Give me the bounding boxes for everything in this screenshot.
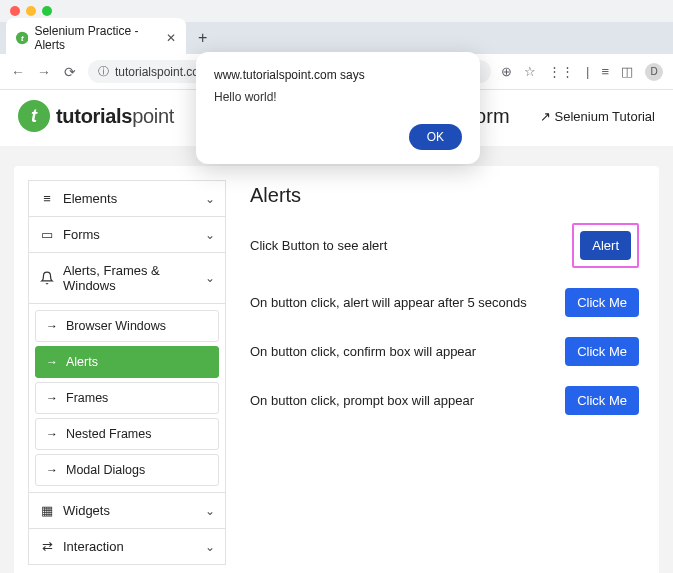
chevron-down-icon: ⌄ [205,228,215,242]
sub-modal-dialogs[interactable]: → Modal Dialogs [35,454,219,486]
svg-text:t: t [21,34,24,43]
selenium-tutorial-link[interactable]: ↗ Selenium Tutorial [540,109,655,124]
clickme-button[interactable]: Click Me [565,386,639,415]
panel-icon[interactable]: ◫ [621,64,633,79]
highlight-box: Alert [572,223,639,268]
sub-alerts[interactable]: → Alerts [35,346,219,378]
toolbar-right: ⊕ ☆ ⋮⋮ | ≡ ◫ D [501,63,663,81]
chevron-down-icon: ⌄ [205,271,215,285]
arrow-right-icon: → [46,427,58,441]
form-icon: ▭ [39,227,55,242]
sub-frames[interactable]: → Frames [35,382,219,414]
widgets-icon: ▦ [39,503,55,518]
profile-avatar[interactable]: D [645,63,663,81]
page-title: Alerts [250,184,639,207]
window-close-dot[interactable] [10,6,20,16]
arrow-right-icon: → [46,319,58,333]
main-panel: Alerts Click Button to see alert Alert O… [246,180,645,573]
sidebar-acc-interaction[interactable]: ⇄ Interaction ⌄ [28,529,226,565]
browser-tab[interactable]: t Selenium Practice - Alerts ✕ [6,18,186,58]
tab-title: Selenium Practice - Alerts [34,24,156,52]
sidebar-acc-widgets[interactable]: ▦ Widgets ⌄ [28,493,226,529]
window-minimize-dot[interactable] [26,6,36,16]
hamburger-icon: ≡ [39,191,55,206]
arrow-right-icon: → [46,391,58,405]
back-icon[interactable]: ← [10,64,26,80]
alert-row-4: On button click, prompt box will appear … [250,386,639,415]
row-text: Click Button to see alert [250,238,387,253]
row-text: On button click, confirm box will appear [250,344,476,359]
brand-text: tutorialspoint [56,105,174,128]
brand[interactable]: t tutorialspoint [18,100,174,132]
brand-icon: t [18,100,50,132]
close-tab-icon[interactable]: ✕ [166,31,176,45]
bell-icon [39,271,55,285]
interaction-icon: ⇄ [39,539,55,554]
external-link-icon: ↗ [540,109,551,124]
new-tab-button[interactable]: + [192,27,213,49]
favicon-icon: t [16,31,28,45]
arrow-right-icon: → [46,463,58,477]
row-text: On button click, prompt box will appear [250,393,474,408]
clickme-button[interactable]: Click Me [565,337,639,366]
row-text: On button click, alert will appear after… [250,295,527,310]
sidebar-acc-elements[interactable]: ≡ Elements ⌄ [28,180,226,217]
site-info-icon[interactable]: ⓘ [98,64,109,79]
dialog-ok-button[interactable]: OK [409,124,462,150]
card: ≡ Elements ⌄ ▭ Forms ⌄ Alerts, Frames & … [14,166,659,573]
chevron-down-icon: ⌄ [205,504,215,518]
extensions-icon[interactable]: ⋮⋮ [548,64,574,79]
alert-button[interactable]: Alert [580,231,631,260]
divider: | [586,64,589,79]
partial-text: orm [475,105,509,128]
alert-row-2: On button click, alert will appear after… [250,288,639,317]
chevron-down-icon: ⌄ [205,192,215,206]
reader-icon[interactable]: ≡ [601,64,609,79]
zoom-icon[interactable]: ⊕ [501,64,512,79]
sidebar-acc-alerts[interactable]: Alerts, Frames & Windows ⌄ [28,253,226,304]
tab-strip: t Selenium Practice - Alerts ✕ + [0,22,673,54]
dialog-origin: www.tutorialspoint.com says [214,68,462,82]
reload-icon[interactable]: ⟳ [62,64,78,80]
bookmark-icon[interactable]: ☆ [524,64,536,79]
sidebar-sublist: → Browser Windows → Alerts → Frames → Ne… [28,304,226,493]
forward-icon[interactable]: → [36,64,52,80]
js-alert-dialog: www.tutorialspoint.com says Hello world!… [196,52,480,164]
sidebar-acc-forms[interactable]: ▭ Forms ⌄ [28,217,226,253]
sidebar: ≡ Elements ⌄ ▭ Forms ⌄ Alerts, Frames & … [28,180,226,573]
content-wrap: ≡ Elements ⌄ ▭ Forms ⌄ Alerts, Frames & … [0,146,673,573]
dialog-message: Hello world! [214,90,462,104]
alert-row-3: On button click, confirm box will appear… [250,337,639,366]
alert-row-1: Click Button to see alert Alert [250,223,639,268]
arrow-right-icon: → [46,355,58,369]
window-maximize-dot[interactable] [42,6,52,16]
sub-nested-frames[interactable]: → Nested Frames [35,418,219,450]
sub-browser-windows[interactable]: → Browser Windows [35,310,219,342]
clickme-button[interactable]: Click Me [565,288,639,317]
chevron-down-icon: ⌄ [205,540,215,554]
